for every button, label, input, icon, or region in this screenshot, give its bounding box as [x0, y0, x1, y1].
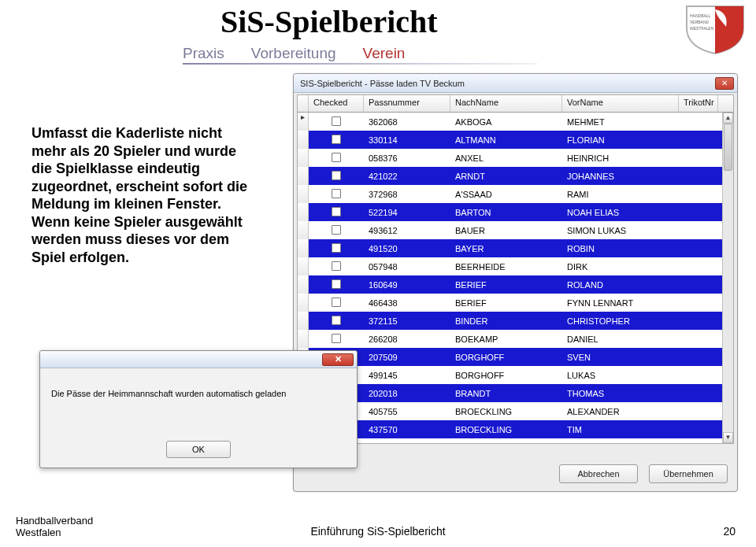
table-row[interactable]: 266208BOEKAMPDANIEL	[298, 330, 733, 348]
table-row[interactable]: 330114ALTMANNFLORIAN	[298, 131, 733, 149]
checkbox-cell[interactable]	[309, 225, 364, 236]
row-selector-icon[interactable]	[298, 275, 309, 294]
row-selector-icon[interactable]	[298, 257, 309, 275]
checkbox-cell[interactable]	[309, 298, 364, 309]
checkbox[interactable]	[332, 243, 341, 253]
cell-passnummer: 058376	[364, 153, 450, 163]
checkbox-cell[interactable]	[309, 189, 364, 200]
checkbox-cell[interactable]	[309, 116, 364, 128]
scroll-thumb[interactable]	[724, 124, 732, 171]
checkbox-cell[interactable]	[309, 261, 364, 272]
cell-vorname: SIMON LUKAS	[562, 226, 679, 235]
table-row[interactable]: 372115BINDERCHRISTOPHER	[298, 312, 733, 330]
checkbox-cell[interactable]	[309, 207, 364, 218]
table-row[interactable]: 491520BAYERROBIN	[298, 239, 733, 257]
cell-nachname: BEERHEIDE	[450, 262, 562, 272]
table-row[interactable]: 493612BAUERSIMON LUKAS	[298, 221, 733, 239]
checkbox[interactable]	[332, 189, 341, 198]
table-row[interactable]: ▸362068AKBOGAMEHMET	[298, 113, 733, 131]
checkbox-cell[interactable]	[309, 279, 364, 290]
checkbox-cell[interactable]	[309, 316, 364, 327]
cell-vorname: CHRISTOPHER	[562, 316, 679, 326]
row-selector-icon[interactable]	[298, 185, 309, 203]
abbrechen-button[interactable]: Abbrechen	[559, 464, 638, 483]
vertical-scrollbar[interactable]: ▲ ▼	[722, 113, 733, 443]
row-selector-icon[interactable]	[298, 203, 309, 221]
table-row[interactable]: 421022ARNDTJOHANNES	[298, 167, 733, 185]
row-selector-icon[interactable]	[298, 239, 309, 257]
nav-praxis: Praxis	[183, 45, 224, 62]
cell-passnummer: 491520	[364, 244, 450, 253]
row-selector-icon[interactable]	[298, 330, 309, 348]
checkbox[interactable]	[332, 171, 341, 180]
table-row[interactable]: 207509BORGHOFFSVEN	[298, 348, 733, 366]
checkbox[interactable]	[332, 298, 341, 307]
cell-nachname: BROECKLING	[450, 425, 562, 434]
row-selector-icon[interactable]	[298, 149, 309, 167]
row-selector-icon[interactable]	[298, 312, 309, 330]
checkbox[interactable]	[332, 334, 341, 343]
checkbox[interactable]	[332, 207, 341, 216]
checkbox[interactable]	[332, 135, 341, 144]
table-row[interactable]: 522194BARTONNOAH ELIAS	[298, 203, 733, 221]
table-row[interactable]: 057948BEERHEIDEDIRK	[298, 257, 733, 275]
cell-nachname: BERIEF	[450, 298, 562, 308]
dialog-title-text: SIS-Spielbericht - Pässe laden TV Beckum	[300, 79, 465, 88]
row-selector-icon[interactable]: ▸	[298, 113, 309, 131]
checkbox-cell[interactable]	[309, 153, 364, 164]
ok-button[interactable]: OK	[166, 441, 231, 458]
checkbox[interactable]	[332, 225, 341, 235]
player-table: Checked Passnummer NachName VorName Trik…	[297, 94, 734, 444]
table-row[interactable]: 058376ANXELHEINRICH	[298, 149, 733, 167]
checkbox[interactable]	[332, 261, 341, 271]
checkbox[interactable]	[332, 316, 341, 325]
checkbox[interactable]	[332, 279, 341, 289]
table-row[interactable]: 202018BRANDTTHOMAS	[298, 384, 733, 402]
cell-nachname: ALTMANN	[450, 135, 562, 145]
table-row[interactable]: 160649BERIEFROLAND	[298, 275, 733, 294]
table-row[interactable]: 405755BROECKLINGALEXANDER	[298, 402, 733, 420]
cell-nachname: ARNDT	[450, 172, 562, 181]
cell-passnummer: 266208	[364, 334, 450, 344]
col-passnummer[interactable]: Passnummer	[364, 95, 450, 112]
table-row[interactable]: 372968A'SSAADRAMI	[298, 185, 733, 203]
cell-vorname: THOMAS	[562, 389, 679, 398]
cell-passnummer: 421022	[364, 172, 450, 181]
logo-handballverband: HANDBALL VERBAND WESTFALEN	[682, 2, 748, 55]
row-selector-icon[interactable]	[298, 221, 309, 239]
cell-vorname: MEHMET	[562, 117, 679, 127]
checkbox[interactable]	[332, 116, 341, 126]
checkbox-cell[interactable]	[309, 334, 364, 345]
checkbox-cell[interactable]	[309, 243, 364, 254]
table-header-row: Checked Passnummer NachName VorName Trik…	[298, 95, 733, 113]
col-checked[interactable]: Checked	[309, 95, 364, 112]
checkbox[interactable]	[332, 153, 341, 162]
checkbox-cell[interactable]	[309, 135, 364, 146]
checkbox-cell[interactable]	[309, 171, 364, 182]
close-icon[interactable]: ✕	[322, 353, 354, 366]
message-text: Die Pässe der Heimmannschaft wurden auto…	[40, 368, 357, 398]
nav-breadcrumb: Praxis Vorbereitung Verein	[183, 43, 537, 65]
cell-vorname: NOAH ELIAS	[562, 208, 679, 217]
nav-verein: Verein	[363, 45, 406, 62]
row-selector-icon[interactable]	[298, 131, 309, 149]
cell-nachname: BAUER	[450, 226, 562, 235]
row-selector-icon[interactable]	[298, 294, 309, 312]
cell-vorname: DANIEL	[562, 334, 679, 344]
table-row[interactable]: 437570BROECKLINGTIM	[298, 420, 733, 438]
close-icon[interactable]: ✕	[715, 77, 734, 90]
nav-vorbereitung: Vorbereitung	[251, 45, 336, 62]
uebernehmen-button[interactable]: Übernehmen	[649, 464, 728, 483]
table-row[interactable]: 499145BORGHOFFLUKAS	[298, 366, 733, 384]
cell-vorname: ROBIN	[562, 244, 679, 253]
cell-nachname: BRANDT	[450, 389, 562, 398]
col-nachname[interactable]: NachName	[450, 95, 562, 112]
cell-nachname: BINDER	[450, 316, 562, 326]
col-vorname[interactable]: VorName	[562, 95, 679, 112]
table-row[interactable]: 466438BERIEFFYNN LENNART	[298, 294, 733, 312]
scroll-down-icon[interactable]: ▼	[723, 432, 733, 443]
scroll-up-icon[interactable]: ▲	[723, 113, 733, 124]
row-selector-icon[interactable]	[298, 167, 309, 185]
cell-passnummer: 362068	[364, 117, 450, 127]
col-trikotnr[interactable]: TrikotNr	[679, 95, 718, 112]
